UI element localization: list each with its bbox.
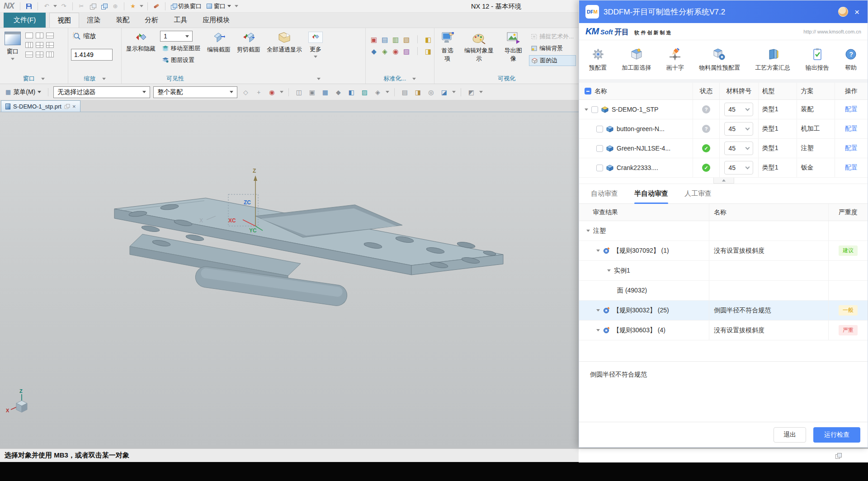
shadow-icon[interactable]: ▨ [359,87,369,98]
row-checkbox[interactable] [596,145,603,152]
tab-tools[interactable]: 工具 [166,13,195,28]
clip-section-button[interactable]: 剪切截面 [235,31,262,55]
brush-icon[interactable] [152,2,161,11]
result-row[interactable]: 【规则30603】 (4) 没有设置拔模斜度 严重 [579,321,868,340]
material-select[interactable]: 45 [724,122,753,136]
material-cube-icon[interactable]: ◪ [439,87,449,98]
orient-view-icon[interactable]: ◆ [333,87,343,98]
tab-view[interactable]: 视图 [49,13,79,28]
preferences-button[interactable]: 首选项 [437,31,458,64]
zoom-value-input[interactable] [71,49,113,61]
close-panel-icon[interactable]: × [853,8,861,16]
row-checkbox[interactable] [591,106,598,113]
standards-icon-6[interactable]: ◆ [371,48,377,55]
tab-analysis[interactable]: 分析 [137,13,166,28]
restore-window-icon[interactable] [835,453,841,458]
expand-caret-icon[interactable] [607,269,611,272]
output-report-button[interactable]: 输出报告 [806,47,829,72]
selection-filter-select[interactable]: 无选择过滤器 [53,86,150,98]
layout-single-icon[interactable] [25,33,33,38]
machining-face-button[interactable]: 加工面选择 [622,47,651,72]
result-row[interactable]: 注塑 [579,221,868,241]
standards-icon-3[interactable]: ▥ [392,36,399,43]
show-hide-toggle-icon[interactable]: ◫ [294,87,304,98]
undo-caret-icon[interactable] [53,5,57,7]
tab-auto-review[interactable]: 自动审查 [591,184,618,203]
layout-two-rows-icon[interactable] [25,52,33,57]
draw-cross-button[interactable]: 画十字 [666,47,684,72]
configure-link[interactable]: 配置 [845,105,858,113]
edit-section-button[interactable]: 编辑截面 [205,31,232,55]
configure-link[interactable]: 配置 [845,144,858,152]
row-checkbox[interactable] [596,165,603,171]
select-all-checkbox[interactable] [585,88,591,94]
redo-icon[interactable]: ↷ [59,2,68,11]
table-row[interactable]: Crank22333.... ✓ 45 类型1 钣金 配置 [579,158,868,178]
show-through-button[interactable]: 全部通透显示 [265,31,304,55]
file-menu-button[interactable]: 文件(F) [4,13,46,28]
standards-icon-7[interactable]: ◈ [382,48,387,55]
process-summary-button[interactable]: 工艺方案汇总 [755,47,790,72]
table-row[interactable]: Green-NJL1SE-4... ✓ 45 类型1 注塑 配置 [579,139,868,158]
restore-tab-icon[interactable] [65,104,69,108]
table-row[interactable]: S-DEMO-1_STP ? 45 类型1 装配 配置 [579,100,868,119]
material-preconfig-button[interactable]: 物料属性预配置 [699,47,740,72]
standards-icon-1[interactable]: ▣ [371,36,377,43]
layer-select[interactable]: 1 [160,31,193,42]
selection-ball-icon[interactable]: ◉ [267,87,277,98]
background-style-icon[interactable]: ◨ [413,87,423,98]
result-row[interactable]: 实例1 [579,261,868,281]
expand-caret-icon[interactable] [596,309,600,311]
preconfig-button[interactable]: 预配置 [589,47,607,72]
snap-midpoint-icon[interactable]: + [254,87,264,98]
more-button[interactable]: 更多 [307,31,325,59]
cad-model[interactable]: Z ZC XC YC X [111,162,509,318]
expand-caret-icon[interactable] [596,329,600,331]
standards-icon-5[interactable]: ◧ [425,36,431,43]
layout-four-icon[interactable] [36,42,43,48]
move-to-layer-button[interactable]: 移动至图层 [160,43,203,53]
standards-icon-9[interactable]: ▨ [403,48,410,55]
run-check-button[interactable]: 运行检查 [813,427,860,443]
toolbar-overflow-caret-icon[interactable] [235,5,238,7]
highlight-icon[interactable]: ▣ [307,87,317,98]
close-tab-icon[interactable]: × [72,104,76,109]
edit-background-button[interactable]: 编辑背景 [529,43,576,53]
table-row[interactable]: button-green-N... ? 45 类型1 机加工 配置 [579,119,868,139]
window-layout-button[interactable]: 窗口 [3,31,23,61]
layout-mixed-icon[interactable] [46,42,54,48]
window-display-icon[interactable]: ▤ [400,87,410,98]
star-caret-icon[interactable] [140,5,143,7]
tab-manual-review[interactable]: 人工审查 [684,184,712,203]
row-checkbox[interactable] [596,126,603,132]
layout-three-vertical-icon[interactable] [25,42,33,48]
part-tab[interactable]: S-DEMO-1_stp.prt × [1,100,80,112]
show-hide-button[interactable]: 显示和隐藏 [124,31,157,54]
dfm-header[interactable]: DFM 3DDFM-开目可制造性分析系统V7.2 × [579,0,868,23]
window-menu-button[interactable]: 窗口 [205,2,232,10]
sphere-icon[interactable]: ⊕ [111,2,120,11]
render-style-icon[interactable]: ◧ [346,87,356,98]
tab-render[interactable]: 渲染 [79,13,108,28]
tab-assembly[interactable]: 装配 [108,13,137,28]
effects-icon[interactable]: ◩ [466,87,476,98]
configure-link[interactable]: 配置 [845,164,858,172]
edit-object-display-button[interactable]: 编辑对象显示 [460,31,497,64]
configure-link[interactable]: 配置 [845,125,858,133]
exit-button[interactable]: 退出 [774,427,806,443]
material-select[interactable]: 45 [724,161,753,174]
layer-settings-button[interactable]: 图层设置 [160,55,203,65]
user-avatar[interactable] [838,7,848,17]
face-edges-button[interactable]: 面的边 [529,55,576,66]
layout-grid-icon[interactable] [36,52,43,57]
pan-view-icon[interactable]: ◈ [373,87,382,98]
snap-point-icon[interactable]: ◇ [241,87,250,98]
cut-icon[interactable]: ✂ [77,2,86,11]
tool-gear-icon[interactable]: ◎ [426,87,436,98]
layout-columns-icon[interactable] [46,52,54,57]
standards-icon-8[interactable]: ◉ [392,48,398,55]
expand-caret-icon[interactable] [585,108,588,111]
material-select[interactable]: 45 [724,141,753,155]
material-select[interactable]: 45 [724,103,753,116]
switch-window-button[interactable]: 切换窗口 [170,2,203,10]
